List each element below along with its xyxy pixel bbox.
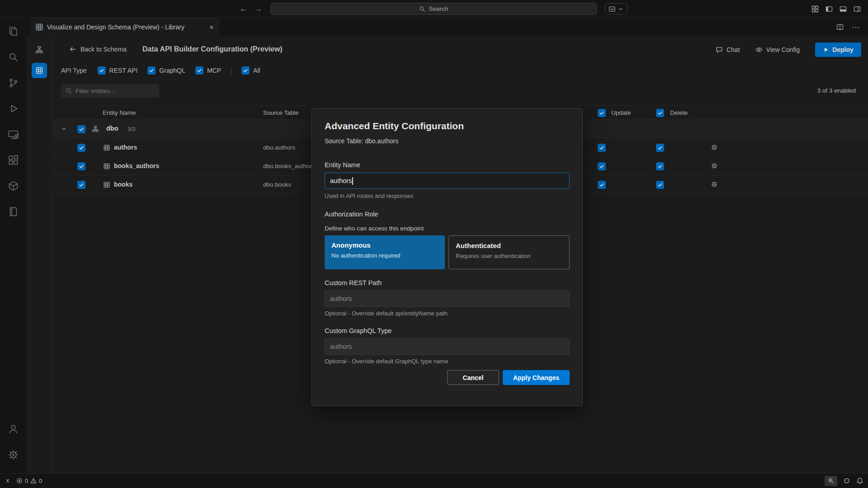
authorization-role-label: Authorization Role: [325, 211, 570, 218]
entity-name-help: Used in API routes and responses: [325, 192, 570, 199]
custom-rest-path-help: Optional - Override default api/entityNa…: [325, 310, 570, 317]
cancel-button[interactable]: Cancel: [447, 370, 499, 385]
entity-name-label: Entity Name: [325, 161, 570, 169]
dialog-title: Advanced Entity Configuration: [325, 121, 570, 131]
advanced-entity-configuration-dialog: Advanced Entity Configuration Source Tab…: [311, 108, 583, 406]
custom-graphql-type-input[interactable]: [325, 338, 570, 355]
text-caret: [352, 177, 353, 185]
dialog-source-table: Source Table: dbo.authors: [325, 137, 570, 145]
custom-graphql-type-help: Optional - Override default GraphQL type…: [325, 358, 570, 365]
entity-name-input[interactable]: authors: [325, 173, 570, 189]
authorization-role-help: Define who can access this endpoint: [325, 225, 570, 232]
custom-rest-path-input[interactable]: [325, 291, 570, 307]
custom-graphql-type-label: Custom GraphQL Type: [325, 327, 570, 334]
custom-rest-path-label: Custom REST Path: [325, 279, 570, 286]
role-card-anonymous[interactable]: Anonymous No authentication required: [325, 235, 445, 269]
role-card-authenticated[interactable]: Authenticated Requires user authenticati…: [448, 235, 570, 269]
apply-changes-button[interactable]: Apply Changes: [503, 370, 570, 385]
